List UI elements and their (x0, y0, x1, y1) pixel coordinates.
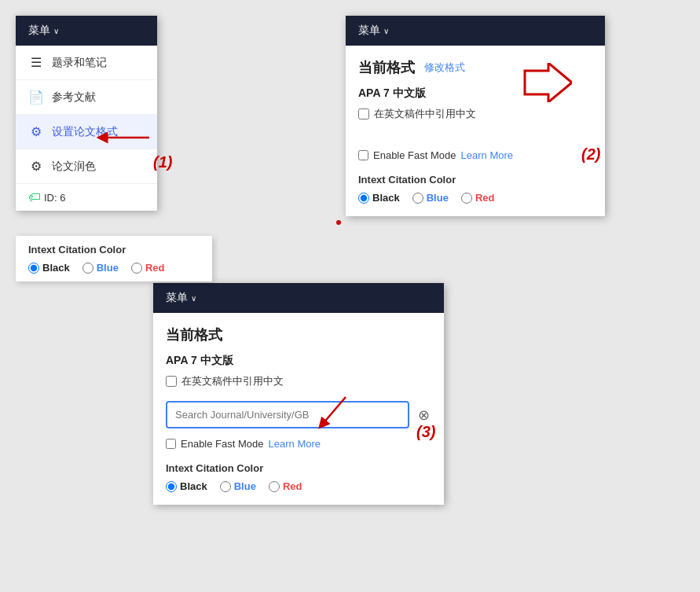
panel1-color-black-radio[interactable] (28, 263, 39, 274)
panel3-color-black-radio[interactable] (166, 481, 177, 492)
red-dot (336, 220, 341, 225)
panel1-citation-color-label: Intext Citation Color (28, 244, 200, 256)
panel3-color-black-label: Black (180, 480, 207, 492)
panel3-color-red-radio[interactable] (269, 481, 280, 492)
current-format-header: 当前格式 修改格式 (358, 58, 592, 77)
sidebar-item-refs[interactable]: 📄 参考文献 (16, 80, 157, 115)
list-icon: ☰ (28, 55, 44, 70)
color-black-label: Black (372, 192, 400, 204)
tag-icon: 🏷 (28, 190, 41, 204)
current-format-title: 当前格式 (358, 58, 415, 77)
panel3-body: 当前格式 APA 7 中文版 在英文稿件中引用中文 ⊗ Enable Fast … (153, 313, 444, 505)
panel3-citation-color-label: Intext Citation Color (166, 462, 431, 474)
cite-chinese-label: 在英文稿件中引用中文 (374, 107, 476, 121)
chevron-down-icon-3: ∨ (191, 294, 196, 303)
menu-label: 菜单 (28, 24, 50, 38)
modify-format-link[interactable]: 修改格式 (424, 61, 465, 75)
label-1: (1) (153, 153, 172, 171)
gear2-icon: ⚙ (28, 159, 44, 174)
panel-menu-3: 菜单 ∨ 当前格式 APA 7 中文版 在英文稿件中引用中文 ⊗ Enable … (153, 283, 444, 505)
gear-icon: ⚙ (28, 124, 44, 139)
citation-color-section: Intext Citation Color Black Blue Red (358, 174, 592, 204)
color-black-option[interactable]: Black (358, 192, 400, 204)
color-blue-label: Blue (427, 192, 449, 204)
fast-mode-checkbox[interactable] (358, 150, 368, 160)
panel3-fast-mode-row: Enable Fast Mode Learn More (166, 438, 431, 450)
refs-label: 参考文献 (52, 90, 96, 105)
panel3-color-radio-group: Black Blue Red (166, 480, 431, 492)
panel1-color-red-radio[interactable] (131, 263, 142, 274)
search-row: ⊗ (166, 401, 431, 428)
cite-chinese-checkbox[interactable] (358, 108, 369, 120)
clear-search-button[interactable]: ⊗ (416, 407, 431, 423)
panel3-color-blue-option[interactable]: Blue (220, 480, 256, 492)
citation-color-label: Intext Citation Color (358, 174, 592, 186)
menu-label-2: 菜单 (358, 24, 380, 38)
color-black-radio[interactable] (358, 193, 369, 204)
panel3-header[interactable]: 菜单 ∨ (153, 283, 444, 313)
color-blue-option[interactable]: Blue (412, 192, 449, 204)
panel3-fast-mode-label: Enable Fast Mode (181, 438, 264, 450)
panel1-color-red-label: Red (145, 262, 165, 274)
doc-icon: 📄 (28, 90, 44, 105)
panel3-color-blue-label: Blue (234, 480, 256, 492)
color-red-label: Red (475, 192, 495, 204)
panel3-cite-chinese-label: 在英文稿件中引用中文 (181, 374, 284, 388)
panel3-learn-more-link[interactable]: Learn More (269, 438, 321, 450)
panel1-color-blue-option[interactable]: Blue (82, 262, 119, 274)
chevron-down-icon-2: ∨ (383, 27, 389, 35)
panel1-color-blue-label: Blue (97, 262, 119, 274)
color-blue-radio[interactable] (412, 193, 423, 204)
chevron-down-icon: ∨ (53, 27, 59, 35)
panel3-color-red-label: Red (283, 480, 302, 492)
panel2-body: 当前格式 修改格式 APA 7 中文版 在英文稿件中引用中文 Enable Fa… (346, 46, 605, 216)
panel1-color-red-option[interactable]: Red (131, 262, 165, 274)
panel1-header[interactable]: 菜单 ∨ (16, 16, 157, 46)
panel3-fast-mode-checkbox[interactable] (166, 439, 176, 449)
journal-search-input[interactable] (166, 401, 409, 428)
cite-chinese-checkbox-row: 在英文稿件中引用中文 (358, 107, 592, 121)
panel3-format-name: APA 7 中文版 (166, 354, 431, 368)
fast-mode-label: Enable Fast Mode (373, 149, 456, 161)
color-label: 论文润色 (52, 160, 96, 174)
color-red-radio[interactable] (461, 193, 472, 204)
panel3-citation-color-section: Intext Citation Color Black Blue Red (166, 462, 431, 492)
label-3: (3) (416, 423, 435, 441)
panel1-color-blue-radio[interactable] (82, 263, 93, 274)
learn-more-link[interactable]: Learn More (461, 149, 513, 161)
panel-menu-2: 菜单 ∨ 当前格式 修改格式 APA 7 中文版 在英文稿件中引用中文 Enab… (346, 16, 605, 216)
color-radio-group: Black Blue Red (358, 192, 592, 204)
panel1-color-black-option[interactable]: Black (28, 262, 70, 274)
menu-label-3: 菜单 (166, 291, 188, 305)
panel3-color-blue-radio[interactable] (220, 481, 231, 492)
format-label: 设置论文格式 (52, 125, 118, 139)
sidebar-item-color[interactable]: ⚙ 论文润色 (16, 149, 157, 184)
panel3-cite-chinese-row: 在英文稿件中引用中文 (166, 374, 431, 388)
fast-mode-row: Enable Fast Mode Learn More (358, 149, 592, 161)
id-value: ID: 6 (44, 192, 65, 204)
panel1-color-radio-group: Black Blue Red (28, 262, 200, 274)
color-red-option[interactable]: Red (461, 192, 495, 204)
panel1-citation-section: Intext Citation Color Black Blue Red (16, 236, 212, 281)
format-name: APA 7 中文版 (358, 86, 592, 101)
panel3-color-red-option[interactable]: Red (269, 480, 302, 492)
panel3-cite-chinese-checkbox[interactable] (166, 376, 177, 387)
panel1-color-black-label: Black (42, 262, 70, 274)
panel-menu-1: 菜单 ∨ ☰ 题录和笔记 📄 参考文献 ⚙ 设置论文格式 ⚙ 论文润色 🏷 ID… (16, 16, 157, 211)
sidebar-item-format[interactable]: ⚙ 设置论文格式 (16, 115, 157, 149)
panel3-color-black-option[interactable]: Black (166, 480, 207, 492)
id-row: 🏷 ID: 6 (16, 184, 157, 211)
sidebar-item-toc[interactable]: ☰ 题录和笔记 (16, 46, 157, 80)
panel2-header[interactable]: 菜单 ∨ (346, 16, 605, 46)
panel3-current-format-title: 当前格式 (166, 325, 431, 344)
label-2: (2) (581, 145, 600, 164)
toc-label: 题录和笔记 (52, 56, 107, 70)
